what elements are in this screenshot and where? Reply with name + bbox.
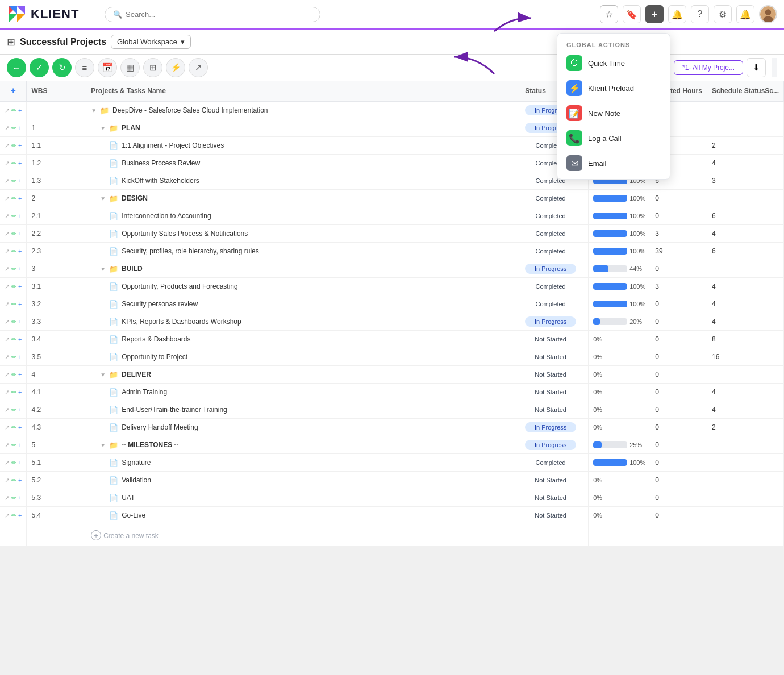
add-child-icon[interactable]: + [18, 124, 22, 131]
status-cell[interactable]: In Progress [520, 419, 589, 436]
edit-icon[interactable]: ✏ [11, 124, 16, 132]
status-cell[interactable]: Completed [520, 207, 589, 225]
workspace-dropdown[interactable]: Global Workspace ▾ [111, 35, 191, 49]
check-button[interactable]: ✓ [30, 58, 49, 77]
calendar-view-button[interactable]: 📅 [98, 58, 117, 77]
external-link-icon[interactable]: ↗ [5, 459, 10, 466]
add-child-icon[interactable]: + [18, 406, 22, 413]
external-link-icon[interactable]: ↗ [5, 494, 10, 502]
status-cell[interactable]: Not Started [520, 331, 589, 348]
edit-icon[interactable]: ✏ [11, 494, 16, 502]
edit-icon[interactable]: ✏ [11, 177, 16, 185]
status-cell[interactable]: Not Started [520, 401, 589, 419]
status-cell[interactable]: Not Started [520, 507, 589, 524]
status-cell[interactable]: In Progress [520, 313, 589, 331]
add-child-icon[interactable]: + [18, 160, 22, 166]
external-link-icon[interactable]: ↗ [5, 318, 10, 326]
search-bar[interactable]: 🔍 [105, 7, 320, 22]
add-child-icon[interactable]: + [18, 265, 22, 272]
add-child-icon[interactable]: + [18, 441, 22, 448]
edit-icon[interactable]: ✏ [11, 195, 16, 202]
external-link-icon[interactable]: ↗ [5, 283, 10, 290]
add-child-icon[interactable]: + [18, 459, 22, 466]
edit-icon[interactable]: ✏ [11, 230, 16, 238]
add-child-icon[interactable]: + [18, 107, 22, 114]
add-child-icon[interactable]: + [18, 230, 22, 237]
edit-icon[interactable]: ✏ [11, 107, 16, 114]
external-link-icon[interactable]: ↗ [5, 353, 10, 361]
dropdown-item-quick-time[interactable]: ⏱ Quick Time [557, 51, 670, 76]
edit-icon[interactable]: ✏ [11, 389, 16, 396]
dropdown-item-new-note[interactable]: 📝 New Note [557, 101, 670, 126]
external-link-icon[interactable]: ↗ [5, 441, 10, 449]
add-child-icon[interactable]: + [18, 371, 22, 378]
edit-icon[interactable]: ✏ [11, 512, 16, 519]
external-link-icon[interactable]: ↗ [5, 424, 10, 431]
external-link-icon[interactable]: ↗ [5, 124, 10, 132]
notifications-bell-button[interactable]: 🔔 [668, 5, 686, 23]
settings-button[interactable]: ⚙ [714, 5, 732, 23]
collapse-icon[interactable]: ▼ [91, 107, 97, 114]
edit-icon[interactable]: ✏ [11, 336, 16, 343]
alerts-button[interactable]: 🔔 [736, 5, 754, 23]
external-link-icon[interactable]: ↗ [5, 477, 10, 484]
external-link-icon[interactable]: ↗ [5, 336, 10, 343]
add-child-icon[interactable]: + [18, 248, 22, 255]
status-cell[interactable]: Completed [520, 243, 589, 260]
edit-icon[interactable]: ✏ [11, 318, 16, 326]
download-button[interactable]: ⬇ [747, 58, 766, 77]
status-cell[interactable]: Not Started [520, 366, 589, 384]
col-add[interactable]: + [0, 81, 27, 101]
external-link-icon[interactable]: ↗ [5, 512, 10, 519]
add-button[interactable]: + [645, 5, 664, 23]
external-link-icon[interactable]: ↗ [5, 230, 10, 238]
external-link-icon[interactable]: ↗ [5, 265, 10, 273]
status-cell[interactable]: Completed [520, 190, 589, 207]
add-child-icon[interactable]: + [18, 512, 22, 519]
external-link-icon[interactable]: ↗ [5, 301, 10, 308]
edit-icon[interactable]: ✏ [11, 424, 16, 431]
add-child-icon[interactable]: + [18, 195, 22, 202]
edit-icon[interactable]: ✏ [11, 406, 16, 414]
status-cell[interactable]: Completed [520, 295, 589, 313]
bookmark-button[interactable]: 🔖 [623, 5, 641, 23]
status-cell[interactable]: Not Started [520, 384, 589, 401]
add-child-icon[interactable]: + [18, 177, 22, 184]
edit-icon[interactable]: ✏ [11, 301, 16, 308]
edit-icon[interactable]: ✏ [11, 160, 16, 167]
add-task-label[interactable]: +Create a new task [86, 524, 520, 547]
status-cell[interactable]: Completed [520, 454, 589, 472]
export-button[interactable]: ↗ [189, 58, 208, 77]
add-child-icon[interactable]: + [18, 389, 22, 395]
edit-icon[interactable]: ✏ [11, 477, 16, 484]
search-input[interactable] [126, 10, 312, 19]
edit-icon[interactable]: ✏ [11, 265, 16, 273]
collapse-icon[interactable]: ▼ [100, 266, 106, 272]
status-cell[interactable]: Completed [520, 278, 589, 295]
add-child-icon[interactable]: + [18, 318, 22, 325]
status-cell[interactable]: Completed [520, 225, 589, 243]
dropdown-item-klient-preload[interactable]: ⚡ Klient Preload [557, 76, 670, 101]
star-button[interactable]: ☆ [600, 5, 618, 23]
external-link-icon[interactable]: ↗ [5, 142, 10, 149]
edit-icon[interactable]: ✏ [11, 213, 16, 220]
filter-button[interactable]: *1- All My Proje... [674, 60, 743, 75]
external-link-icon[interactable]: ↗ [5, 248, 10, 255]
add-child-icon[interactable]: + [18, 301, 22, 307]
edit-icon[interactable]: ✏ [11, 248, 16, 255]
dropdown-item-email[interactable]: ✉ Email [557, 151, 670, 176]
lightning-button[interactable]: ⚡ [166, 58, 185, 77]
split-view-button[interactable]: ⊞ [143, 58, 162, 77]
dropdown-item-log-call[interactable]: 📞 Log a Call [557, 126, 670, 151]
collapse-icon[interactable]: ▼ [100, 125, 106, 131]
collapse-icon[interactable]: ▼ [100, 195, 106, 202]
external-link-icon[interactable]: ↗ [5, 213, 10, 220]
status-cell[interactable]: In Progress [520, 260, 589, 278]
add-child-icon[interactable]: + [18, 477, 22, 484]
grid-view-button[interactable]: ▦ [120, 58, 140, 77]
status-cell[interactable]: In Progress [520, 436, 589, 454]
external-link-icon[interactable]: ↗ [5, 406, 10, 414]
add-child-icon[interactable]: + [18, 283, 22, 290]
user-avatar[interactable] [759, 5, 777, 23]
external-link-icon[interactable]: ↗ [5, 107, 10, 114]
